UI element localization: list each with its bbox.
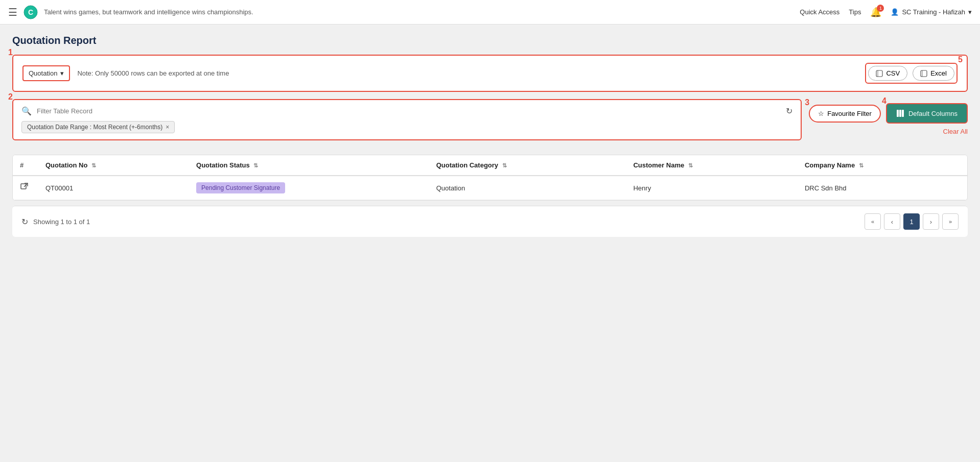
footer-refresh-button[interactable]: ↻ [21,217,28,227]
default-columns-label: Default Columns [908,110,958,117]
clear-all-button[interactable]: Clear All [943,128,968,135]
sort-icon[interactable]: ⇅ [91,162,96,168]
default-columns-button[interactable]: Default Columns [886,103,968,124]
hamburger-icon[interactable]: ☰ [8,6,17,18]
table-row: QT00001 Pending Customer Signature Quota… [13,176,967,200]
first-page-button[interactable]: « [865,213,881,230]
filter-tag-label: Quotation Date Range : Most Recent (+-6m… [27,124,162,131]
quick-access-link[interactable]: Quick Access [800,8,839,16]
export-note: Note: Only 50000 rows can be exported at… [77,69,229,77]
sort-icon[interactable]: ⇅ [859,162,864,168]
data-table: # Quotation No ⇅ Quotation Status ⇅ Quot… [12,155,968,201]
next-page-button[interactable]: › [923,213,939,230]
svg-rect-8 [902,110,904,117]
pagination: « ‹ 1 › » [865,213,959,230]
bell-icon[interactable]: 🔔 1 [870,7,881,18]
current-page-button[interactable]: 1 [903,213,920,230]
user-menu[interactable]: 👤 SC Training - Hafizah ▾ [891,8,972,16]
star-icon: ☆ [818,110,824,117]
filter-tags: Quotation Date Range : Most Recent (+-6m… [21,121,792,133]
csv-button[interactable]: CSV [868,66,907,81]
active-filter-tag: Quotation Date Range : Most Recent (+-6m… [21,121,175,133]
topnav: ☰ C Talent wins games, but teamwork and … [0,0,980,25]
logo-icon: C [24,5,38,19]
svg-rect-7 [899,110,901,117]
excel-icon [920,70,927,77]
sort-icon[interactable]: ⇅ [688,162,693,168]
showing-text: Showing 1 to 1 of 1 [33,218,90,226]
table-footer: ↻ Showing 1 to 1 of 1 « ‹ 1 › » [12,206,968,237]
annotation-3: 3 [805,99,809,107]
col-customer-name: Customer Name ⇅ [626,155,797,176]
search-icon: 🔍 [21,106,32,116]
excel-label: Excel [930,69,947,77]
col-quotation-no: Quotation No ⇅ [38,155,189,176]
filter-input[interactable] [37,107,781,115]
page-content: Quotation Report 1 Quotation ▾ Note: Onl… [0,25,980,247]
row-company-name: DRC Sdn Bhd [798,176,967,200]
col-quotation-status: Quotation Status ⇅ [189,155,429,176]
col-quotation-category: Quotation Category ⇅ [429,155,626,176]
user-avatar-icon: 👤 [891,8,899,16]
export-section: Quotation ▾ Note: Only 50000 rows can be… [12,55,968,92]
quotation-dropdown[interactable]: Quotation ▾ [22,65,70,81]
tagline: Talent wins games, but teamwork and inte… [44,8,253,16]
filter-section: 🔍 ↻ Quotation Date Range : Most Recent (… [12,99,802,140]
tips-link[interactable]: Tips [849,8,861,16]
row-customer-name: Henry [626,176,797,200]
table-header-row: # Quotation No ⇅ Quotation Status ⇅ Quot… [13,155,967,176]
columns-icon [896,109,904,117]
col-company-name: Company Name ⇅ [798,155,967,176]
svg-rect-4 [921,70,927,77]
annotation-1: 1 [8,48,13,57]
sort-icon[interactable]: ⇅ [502,162,507,168]
col-hash: # [13,155,38,176]
svg-rect-2 [876,70,882,77]
row-quotation-status: Pending Customer Signature [189,176,429,200]
filter-tag-close-icon[interactable]: × [166,124,169,131]
last-page-button[interactable]: » [942,213,959,230]
svg-text:C: C [28,8,33,16]
export-buttons: CSV Excel [865,63,958,84]
dropdown-chevron-icon: ▾ [60,69,64,77]
svg-rect-9 [21,184,26,189]
filter-and-buttons-section: 2 🔍 ↻ Quotation Date Range : Most Recent… [12,99,968,148]
annotation-5: 5 [958,56,963,64]
annotation-2: 2 [8,93,13,101]
row-quotation-category: Quotation [429,176,626,200]
user-label: SC Training - Hafizah [902,8,965,16]
favourite-filter-button[interactable]: ☆ Favourite Filter [809,105,881,123]
favourite-filter-label: Favourite Filter [827,110,872,117]
csv-icon [876,70,883,77]
row-quotation-no: QT00001 [38,176,189,200]
excel-button[interactable]: Excel [913,66,954,81]
prev-page-button[interactable]: ‹ [884,213,900,230]
page-title: Quotation Report [12,35,968,46]
row-open-icon[interactable] [13,176,38,200]
filter-row: 🔍 ↻ [21,106,792,116]
refresh-filter-button[interactable]: ↻ [786,106,792,116]
svg-rect-6 [897,110,899,117]
annotation-4: 4 [882,97,886,105]
notification-badge: 1 [877,5,884,12]
csv-label: CSV [886,69,900,77]
dropdown-label: Quotation [29,69,57,77]
user-chevron-icon: ▾ [968,8,972,16]
sort-icon[interactable]: ⇅ [253,162,258,168]
